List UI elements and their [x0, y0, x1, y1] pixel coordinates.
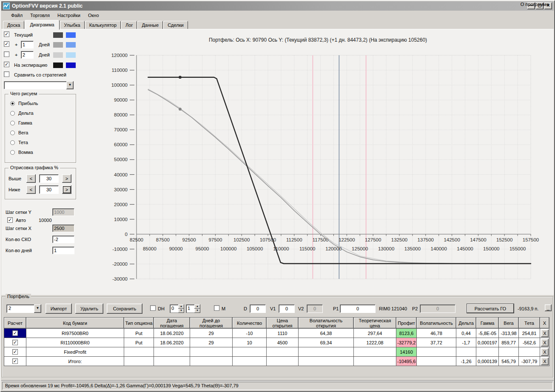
- menu-settings[interactable]: Настройки: [54, 11, 84, 19]
- cell: 0,000197: [476, 338, 499, 347]
- compare-checkbox[interactable]: [4, 71, 9, 77]
- menu-file[interactable]: Файл: [7, 11, 26, 19]
- plus1-days-input[interactable]: [21, 41, 34, 48]
- radio-icon[interactable]: [10, 140, 15, 145]
- menu-trading[interactable]: Торговля: [26, 11, 54, 19]
- dh-checkbox[interactable]: [150, 305, 156, 311]
- dh-label: DH: [158, 306, 165, 311]
- draw-option-Прибыль[interactable]: Прибыль: [10, 100, 76, 110]
- below-increase-button[interactable]: >: [62, 185, 71, 194]
- draw-option-Вега[interactable]: Вега: [10, 130, 76, 139]
- axis-tick-label: 115000: [299, 246, 316, 251]
- delete-row-button[interactable]: X: [541, 358, 549, 365]
- menu-window[interactable]: Окно: [84, 11, 103, 19]
- plus2-checkbox[interactable]: [4, 51, 9, 57]
- delete-row-button[interactable]: X: [541, 339, 549, 347]
- radio-icon[interactable]: [10, 111, 15, 116]
- compare-label: Сравнить со стратегией: [14, 72, 66, 77]
- chevron-down-icon[interactable]: ▼: [34, 304, 41, 313]
- axis-tick-label: 155000: [509, 246, 526, 251]
- dh-spinner-1[interactable]: 0 ▲▼: [170, 304, 184, 313]
- draw-option-Вомма[interactable]: Вомма: [10, 149, 76, 159]
- v1-input[interactable]: [279, 304, 295, 313]
- cell: 29: [190, 338, 233, 347]
- below-percent-input[interactable]: [39, 185, 59, 194]
- cell: 18.06.2020: [154, 329, 190, 338]
- tab-calculator[interactable]: Калькулятор: [85, 21, 121, 29]
- expiration-checkbox[interactable]: ✓: [4, 62, 9, 67]
- above-increase-button[interactable]: >: [62, 174, 71, 183]
- current-checkbox[interactable]: ✓: [4, 31, 9, 37]
- status-bar: Время обновления 19 мс Profit=-10495,6 D…: [1, 381, 554, 391]
- delete-row-button[interactable]: X: [541, 348, 549, 356]
- save-button[interactable]: Сохранить: [107, 304, 142, 314]
- cell: [233, 347, 267, 357]
- menu-about[interactable]: О программе: [521, 2, 549, 7]
- column-header-Цена открытия: Цена открытия: [267, 318, 299, 329]
- tab-data[interactable]: Данные: [137, 21, 163, 29]
- column-header-Расчет: Расчет: [4, 318, 26, 329]
- tab-log[interactable]: Лог: [121, 21, 137, 29]
- draw-option-Гамма[interactable]: Гамма: [10, 120, 76, 130]
- radio-icon[interactable]: [10, 150, 15, 155]
- cell: [233, 357, 267, 366]
- m-checkbox[interactable]: [214, 305, 219, 311]
- d-input[interactable]: [250, 304, 266, 313]
- radio-icon[interactable]: [10, 101, 15, 106]
- app-icon: [3, 3, 10, 9]
- spin-down-icon[interactable]: ▼: [194, 309, 200, 313]
- row-calc-checkbox[interactable]: ✓: [12, 358, 18, 364]
- d-label: D: [244, 306, 247, 311]
- chevron-down-icon[interactable]: ▼: [66, 81, 74, 89]
- dh-spinner-2[interactable]: 1 ▲▼: [186, 304, 200, 313]
- plus2-days-input[interactable]: [21, 51, 34, 59]
- import-button[interactable]: Импорт: [46, 304, 72, 314]
- profit-chart[interactable]: 1200001100001000009000080000700006000050…: [81, 41, 555, 286]
- delete-button[interactable]: Удалить: [75, 304, 103, 314]
- app-window: OptionFVV версия 2.1 public — ▢ ✕ Файл Т…: [0, 0, 555, 392]
- grid-step-x-label: Шаг сетки X: [6, 226, 31, 231]
- cell: 297,64: [354, 329, 396, 338]
- column-header-Теоретическая цена: Теоретическая цена: [354, 318, 396, 329]
- draw-option-label: Прибыль: [18, 101, 38, 106]
- grid-step-x-input[interactable]: [52, 224, 74, 232]
- portfolio-combo[interactable]: 2 ▼: [6, 304, 41, 313]
- auto-checkbox[interactable]: ✓: [7, 217, 13, 223]
- row-calc-checkbox[interactable]: ✓: [12, 330, 18, 336]
- draw-option-Тета[interactable]: Тета: [10, 139, 76, 149]
- tab-diagram[interactable]: Диаграмма: [25, 20, 59, 30]
- days-count-input[interactable]: [52, 247, 74, 254]
- tab-board[interactable]: Доска: [3, 21, 24, 29]
- delete-row-button[interactable]: X: [541, 330, 549, 337]
- cell: [124, 347, 154, 357]
- cell: [190, 357, 233, 366]
- plus1-checkbox[interactable]: ✓: [4, 41, 9, 47]
- radio-icon[interactable]: [10, 121, 15, 125]
- tab-deals[interactable]: Сделки: [163, 21, 188, 29]
- sko-count-input[interactable]: [52, 236, 74, 243]
- spin-up-icon[interactable]: ▲: [194, 304, 200, 309]
- cell: -313,98: [499, 329, 519, 338]
- spin-up-icon[interactable]: ▲: [178, 304, 184, 309]
- column-header-Дней до погашения: Дней до погашения: [190, 318, 233, 329]
- draw-option-Дельта[interactable]: Дельта: [10, 110, 76, 120]
- axis-tick-label: 150000: [483, 246, 499, 251]
- strategy-combo[interactable]: ▼: [4, 81, 74, 89]
- p1-input[interactable]: [340, 304, 376, 313]
- collapse-panel-button[interactable]: _: [545, 304, 552, 311]
- auto-label: Авто: [16, 218, 26, 223]
- above-decrease-button[interactable]: <: [26, 174, 36, 183]
- axis-tick-label: 95000: [196, 246, 209, 251]
- row-calc-checkbox[interactable]: ✓: [12, 349, 18, 355]
- cell: Итого:: [26, 357, 124, 366]
- radio-icon[interactable]: [10, 131, 15, 135]
- tab-smile[interactable]: Улыбка: [60, 21, 85, 29]
- axis-tick-label: 105000: [247, 246, 263, 251]
- draw-option-label: Вомма: [18, 150, 33, 155]
- below-decrease-button[interactable]: <: [26, 185, 36, 194]
- above-percent-input[interactable]: [39, 174, 59, 183]
- spin-down-icon[interactable]: ▼: [178, 309, 184, 313]
- p1-label: P1: [333, 306, 339, 311]
- row-calc-checkbox[interactable]: ✓: [12, 340, 18, 345]
- calc-margin-button[interactable]: Рассчитать ГО: [467, 304, 514, 313]
